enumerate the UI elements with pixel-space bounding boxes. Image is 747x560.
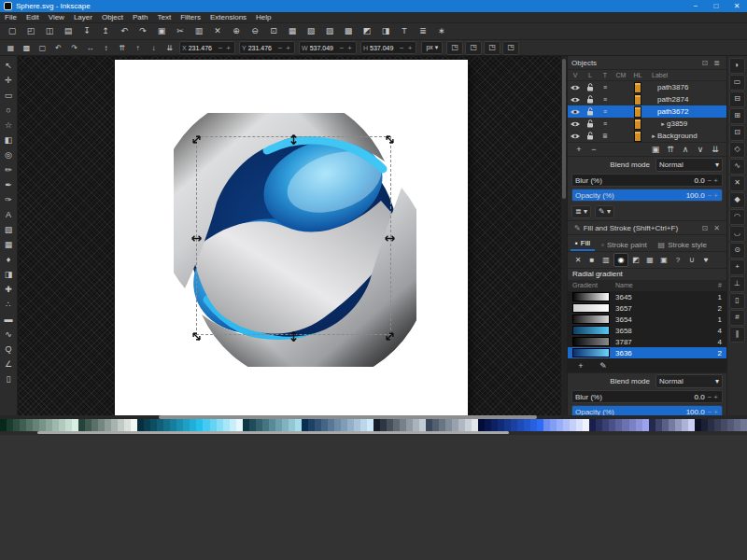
palette-swatch[interactable] xyxy=(669,419,675,431)
palette-swatch[interactable] xyxy=(563,419,570,431)
palette-swatch[interactable] xyxy=(655,419,662,431)
decrement-button[interactable]: − xyxy=(338,44,346,52)
connector-tool[interactable]: ∿ xyxy=(1,327,16,342)
raise-to-top-button[interactable]: ⇈ xyxy=(115,41,129,55)
palette-swatch[interactable] xyxy=(452,419,458,431)
object-tools-menu-button[interactable]: ✎ ▾ xyxy=(595,205,614,218)
palette-swatch[interactable] xyxy=(183,419,190,431)
duplicate-button[interactable]: ▦ xyxy=(284,24,301,38)
redo-button[interactable]: ↷ xyxy=(134,24,151,38)
palette-swatch[interactable] xyxy=(13,419,20,431)
palette-swatch[interactable] xyxy=(223,419,230,431)
linear-gradient-button[interactable]: ▥ xyxy=(599,254,613,266)
bezier-tool[interactable]: ✒ xyxy=(1,177,16,192)
no-paint-button[interactable]: ✕ xyxy=(571,254,585,266)
preferences-button[interactable]: ∗ xyxy=(433,24,450,38)
swatch-button[interactable]: ▣ xyxy=(657,254,670,266)
snap-smooth-nodes-toggle[interactable]: ◠ xyxy=(729,209,745,225)
dropper-tool[interactable]: ♦ xyxy=(1,252,16,267)
delete-item-button[interactable]: − xyxy=(586,145,601,154)
highlight-color-cell[interactable] xyxy=(629,131,646,142)
tab-fill[interactable]: ▪ Fill xyxy=(571,237,595,251)
palette-swatch[interactable] xyxy=(682,419,688,431)
palette-swatch[interactable] xyxy=(46,419,52,431)
palette-swatch[interactable] xyxy=(543,419,550,431)
palette-swatch[interactable] xyxy=(478,419,485,431)
blur-slider-bottom[interactable]: Blur (%) 0.0 − + xyxy=(571,390,723,403)
palette-swatch[interactable] xyxy=(596,419,602,431)
object-label[interactable]: path3876 xyxy=(657,83,688,91)
Filters[interactable]: Filters xyxy=(176,12,205,22)
highlight-color-cell[interactable] xyxy=(629,119,646,130)
blur-minus-button[interactable]: − xyxy=(707,393,713,401)
palette-swatch[interactable] xyxy=(498,419,504,431)
select-all-button[interactable]: ▦ xyxy=(4,41,18,55)
snap-rotation-center-toggle[interactable]: + xyxy=(729,259,745,275)
maximize-button[interactable]: □ xyxy=(706,0,726,12)
import-button[interactable]: ↧ xyxy=(78,24,95,38)
fill-rule-evenodd-button[interactable]: ♥ xyxy=(699,254,712,266)
palette-swatch[interactable] xyxy=(695,419,701,431)
palette-swatch[interactable] xyxy=(662,419,669,431)
palette-swatch[interactable] xyxy=(642,419,649,431)
palette-swatch[interactable] xyxy=(230,419,236,431)
palette-swatch[interactable] xyxy=(406,419,413,431)
palette-swatch[interactable] xyxy=(413,419,419,431)
snap-centers-toggle[interactable]: ⊙ xyxy=(729,243,745,259)
flat-color-button[interactable]: ■ xyxy=(585,254,599,266)
palette-swatch[interactable] xyxy=(137,419,144,431)
pencil-tool[interactable]: ✏ xyxy=(1,162,16,177)
palette-swatch[interactable] xyxy=(432,419,439,431)
Path[interactable]: Path xyxy=(128,12,152,22)
object-label[interactable]: path2874 xyxy=(657,95,688,104)
palette-swatch[interactable] xyxy=(111,419,118,431)
dialog-close-icon[interactable]: ✕ xyxy=(711,224,723,232)
palette-swatch[interactable] xyxy=(262,419,269,431)
palette-swatch[interactable] xyxy=(636,419,642,431)
objects-list-menu-button[interactable]: ≣ ▾ xyxy=(571,205,591,218)
open-button[interactable]: ◰ xyxy=(22,24,39,38)
palette-scrollbar[interactable] xyxy=(0,431,747,435)
palette-swatch[interactable] xyxy=(203,419,209,431)
Edit[interactable]: Edit xyxy=(21,12,44,22)
Extensions[interactable]: Extensions xyxy=(205,12,251,22)
palette-swatch[interactable] xyxy=(98,419,105,431)
palette-swatch[interactable] xyxy=(708,419,714,431)
palette-swatch[interactable] xyxy=(289,419,295,431)
opacity-minus-button[interactable]: − xyxy=(707,191,713,200)
palette-swatch[interactable] xyxy=(649,419,655,431)
Layer[interactable]: Layer xyxy=(69,12,97,22)
palette-swatch[interactable] xyxy=(458,419,465,431)
visibility-eye-icon[interactable] xyxy=(568,133,583,139)
palette-swatch[interactable] xyxy=(387,419,393,431)
palette-swatch[interactable] xyxy=(426,419,432,431)
lower-to-bottom-button[interactable]: ⇊ xyxy=(162,41,176,55)
palette-swatch[interactable] xyxy=(328,419,334,431)
lock-icon[interactable] xyxy=(583,83,598,91)
object-label[interactable]: path3672 xyxy=(657,107,688,116)
palette-swatch[interactable] xyxy=(33,419,39,431)
palette-swatch[interactable] xyxy=(236,419,243,431)
rectangle-tool[interactable]: ▭ xyxy=(1,88,16,103)
selection-bounding-box[interactable] xyxy=(196,136,391,335)
scale-patterns-toggle[interactable]: ◳ xyxy=(502,41,519,55)
palette-swatch[interactable] xyxy=(472,419,478,431)
palette-swatch[interactable] xyxy=(576,419,583,431)
scale-handle[interactable] xyxy=(191,329,202,339)
palette-swatch[interactable] xyxy=(524,419,530,431)
palette-swatch[interactable] xyxy=(622,419,628,431)
unlink-clone-button[interactable]: ▨ xyxy=(321,24,338,38)
group-button[interactable]: ▩ xyxy=(340,24,357,38)
palette-swatch[interactable] xyxy=(269,419,275,431)
lower-item-button[interactable]: ∨ xyxy=(693,145,708,154)
h-field[interactable]: H 537.049 − + xyxy=(360,41,416,54)
dialog-float-icon[interactable]: ⊡ xyxy=(699,224,712,232)
blur-plus-button[interactable]: + xyxy=(712,393,719,401)
gradient-row[interactable]: 3654 1 xyxy=(568,314,726,325)
palette-swatch[interactable] xyxy=(150,419,157,431)
box3d-tool[interactable]: ◧ xyxy=(1,133,16,147)
gradient-row[interactable]: 3787 4 xyxy=(568,336,726,347)
palette-swatch[interactable] xyxy=(530,419,537,431)
undo-button[interactable]: ↶ xyxy=(116,24,133,38)
object-row[interactable]: ≡ path3672 xyxy=(568,105,726,118)
